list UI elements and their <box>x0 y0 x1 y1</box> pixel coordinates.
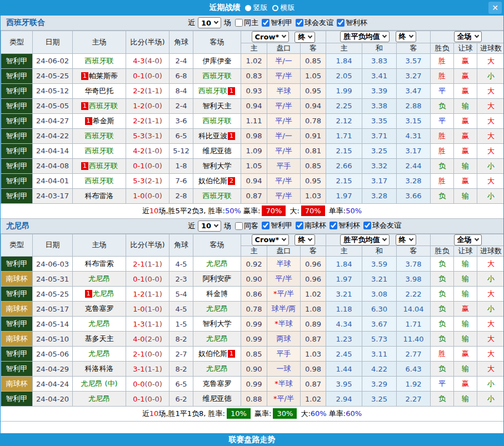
team-name[interactable]: 科比亚波 <box>198 132 227 140</box>
avg-home-cell: 1.84 <box>326 53 362 68</box>
team-name[interactable]: 尤尼昂 <box>206 334 228 343</box>
team-name[interactable]: 尤尼昂 (中) <box>81 379 117 388</box>
same-venue-filter[interactable]: 同主 <box>232 18 258 28</box>
team-name[interactable]: 尤尼昂 <box>88 394 110 403</box>
team-name[interactable]: 西班牙联 <box>203 117 232 125</box>
team-name[interactable]: 科布雷洛 <box>85 192 114 200</box>
avg-draw-cell: 3.39 <box>362 83 397 98</box>
team-name[interactable]: 克鲁塞罗 <box>203 379 232 388</box>
league-filter[interactable]: 球会友谊 <box>293 18 333 28</box>
corner-cell: 1-8 <box>169 158 193 173</box>
team-name[interactable]: 奴伯伦斯 <box>198 177 227 185</box>
team-name[interactable]: 西班牙联 <box>203 192 232 200</box>
team-name[interactable]: 维尼亚德 <box>203 147 232 155</box>
same-venue-filter[interactable]: 同客 <box>232 221 258 231</box>
team-name[interactable]: 西班牙联 <box>198 87 227 95</box>
team-name[interactable]: 尤尼昂 <box>88 349 110 358</box>
score-cell: 4-0(2-0) <box>126 332 169 347</box>
team-name[interactable]: 智利大学 <box>203 162 232 170</box>
league-checkbox[interactable] <box>296 19 303 27</box>
team-name[interactable]: 尤尼昂 <box>206 304 228 313</box>
league-checkbox[interactable] <box>363 222 371 229</box>
team-name[interactable]: 奴伯伦斯 <box>198 349 227 358</box>
corner-cell: 2-4 <box>169 53 193 68</box>
goals-result-cell: 小 <box>477 377 504 392</box>
horizontal-layout-radio[interactable] <box>272 5 278 11</box>
avg-final-select[interactable]: 终 <box>396 234 416 245</box>
league-checkbox[interactable] <box>330 222 337 229</box>
team-name[interactable]: 尤尼昂 <box>88 274 110 283</box>
league-filter[interactable]: 智利甲 <box>259 18 292 28</box>
home-team-cell: 尤尼昂 (中) <box>73 377 126 392</box>
team-name[interactable]: 西班牙联 <box>89 162 118 170</box>
league-filter[interactable]: 智利甲 <box>259 221 292 230</box>
chevron-down-icon <box>382 237 387 241</box>
team-name[interactable]: 西班牙联 <box>85 177 114 185</box>
team-name[interactable]: 基多天主 <box>85 334 114 343</box>
team-name[interactable]: 西班牙联 <box>85 132 114 140</box>
team-name[interactable]: 尤尼昂 <box>206 259 228 268</box>
team-name[interactable]: 克鲁塞罗 <box>85 304 114 313</box>
team-name[interactable]: 帕莱斯蒂 <box>89 72 118 80</box>
league-checkbox[interactable] <box>337 19 345 27</box>
summary-segment: 70% <box>301 206 325 216</box>
league-filter[interactable]: 智利杯 <box>334 18 367 28</box>
odds-final-select[interactable]: 终 <box>295 234 315 245</box>
horizontal-layout-label[interactable]: 横版 <box>281 3 295 13</box>
away-team-cell: 科金博 <box>193 287 241 302</box>
odds-home-cell: 0.99 <box>241 377 267 392</box>
team-name[interactable]: 科金博 <box>206 289 228 298</box>
league-filter[interactable]: 智利杯 <box>327 221 360 230</box>
sub-header-avg-away: 客 <box>397 246 431 257</box>
goals-result-cell: 大 <box>477 287 504 302</box>
vertical-layout-radio[interactable] <box>245 5 251 11</box>
team-name[interactable]: 尤尼昂 <box>93 289 114 298</box>
close-icon[interactable]: ✕ <box>488 2 502 14</box>
avg-home-cell: 1.99 <box>326 83 362 98</box>
avg-home-cell: 1.71 <box>326 128 362 143</box>
team-name[interactable]: 科布雷索 <box>85 259 114 268</box>
team-name[interactable]: 希金斯 <box>93 117 114 125</box>
odds-company-select[interactable]: Crow* <box>252 234 290 245</box>
league-type-cell: 南球杯 <box>1 272 33 287</box>
team-name[interactable]: 维尼亚德 <box>203 394 232 403</box>
avg-final-select[interactable]: 终 <box>396 31 416 42</box>
odds-company-select[interactable]: Crow* <box>252 31 290 42</box>
team-name[interactable]: 阿利安萨 <box>203 274 232 283</box>
score-cell: 0-1(0-0) <box>126 158 169 173</box>
same-venue-checkbox[interactable] <box>235 19 243 27</box>
recent-count-select[interactable]: 10 <box>198 221 221 232</box>
team-name[interactable]: 西班牙联 <box>85 147 114 155</box>
date-cell: 24-06-03 <box>33 257 73 272</box>
avg-draw-cell: 3.11 <box>362 347 397 362</box>
col-header-away: 客场 <box>193 31 241 54</box>
team-name[interactable]: 伊库伊奎 <box>203 57 232 65</box>
team-name[interactable]: 西班牙联 <box>89 102 118 110</box>
team-name[interactable]: 西班牙联 <box>85 57 114 65</box>
team-name[interactable]: 智利天主 <box>203 102 232 110</box>
league-checkbox[interactable] <box>296 222 303 229</box>
team-name[interactable]: 尤尼昂 <box>88 319 110 328</box>
team-name[interactable]: 西班牙联 <box>203 72 232 80</box>
scope-select[interactable]: 全场 <box>454 31 482 42</box>
team-name[interactable]: 华奇巴托 <box>85 87 114 95</box>
league-checkbox[interactable] <box>262 19 270 27</box>
recent-count-select[interactable]: 10 <box>198 17 221 28</box>
corner-cell: 8-2 <box>169 362 193 377</box>
team-name[interactable]: 科洛科洛 <box>85 364 114 373</box>
team-name[interactable]: 尤尼昂 <box>206 364 228 373</box>
league-checkbox[interactable] <box>262 222 270 229</box>
avg-odds-select[interactable]: 胜平负均值 <box>340 31 390 42</box>
odds-home-cell: 0.86 <box>241 287 267 302</box>
recent-label: 近 <box>188 18 195 28</box>
avg-odds-select[interactable]: 胜平负均值 <box>340 234 390 245</box>
league-filter[interactable]: 球会友谊 <box>361 221 401 230</box>
league-trend-footer-link[interactable]: 联赛盘路走势 <box>1 433 503 446</box>
league-filter[interactable]: 南球杯 <box>293 221 326 230</box>
vertical-layout-label[interactable]: 竖版 <box>253 3 268 13</box>
odds-final-select[interactable]: 终 <box>295 32 315 43</box>
odds-away-cell: 1.05 <box>301 68 326 83</box>
team-name[interactable]: 智利大学 <box>203 319 232 328</box>
same-venue-checkbox[interactable] <box>235 222 243 230</box>
scope-select[interactable]: 全场 <box>454 234 482 245</box>
